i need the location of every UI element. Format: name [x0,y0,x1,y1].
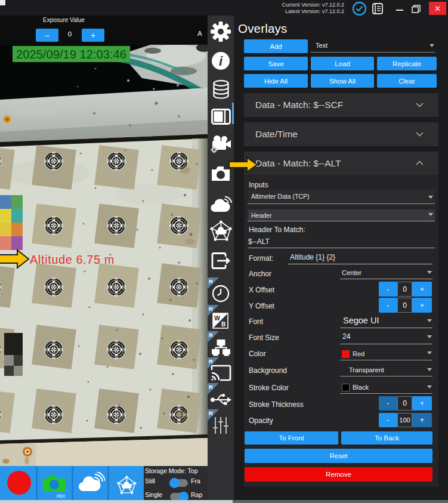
svg-text:Altitude 6.75 m: Altitude 6.75 m [30,253,115,266]
svg-text:2025/09/19 12:03:46: 2025/09/19 12:03:46 [16,48,126,61]
svg-text:R: R [209,305,213,312]
svg-text:R: R [209,410,213,416]
svg-text:R: R [209,332,213,338]
svg-text:R: R [209,384,213,390]
svg-text:B: B [221,321,225,328]
svg-text:R: R [209,278,213,285]
svg-text:R: R [209,358,213,365]
svg-text:i: i [219,54,223,69]
